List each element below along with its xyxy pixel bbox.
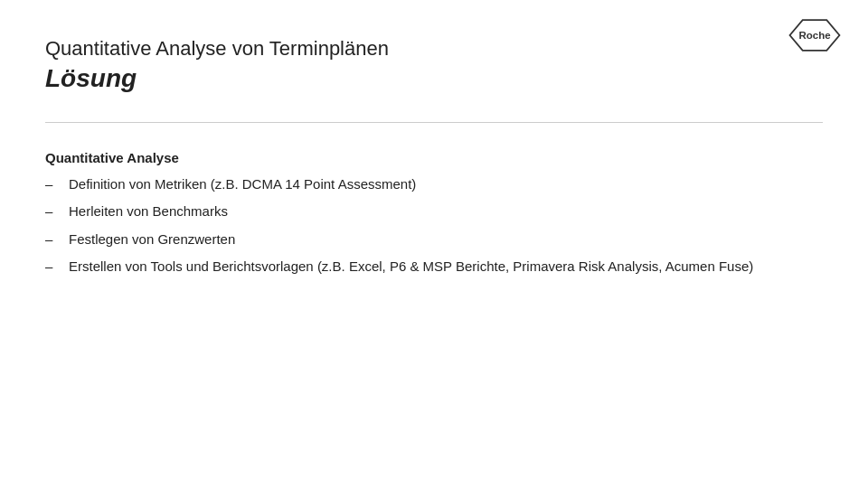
divider [45,122,823,123]
header-section: Quantitative Analyse von Terminplänen Lö… [45,36,823,95]
bullet-text-4: Erstellen von Tools und Berichtsvorlagen… [69,257,823,277]
bullet-dash-1: – [45,174,58,195]
list-item: – Erstellen von Tools und Berichtsvorlag… [45,257,823,277]
slide-title-line1: Quantitative Analyse von Terminplänen [45,36,823,62]
section-heading: Quantitative Analyse [45,150,823,165]
list-item: – Festlegen von Grenzwerten [45,230,823,250]
slide-container: Roche Quantitative Analyse von Terminplä… [0,0,868,488]
bullet-dash-4: – [45,257,58,277]
bullet-list: – Definition von Metriken (z.B. DCMA 14 … [45,174,823,277]
slide-title-line2: Lösung [45,62,823,95]
list-item: – Definition von Metriken (z.B. DCMA 14 … [45,174,823,195]
bullet-dash-3: – [45,230,58,250]
bullet-dash-2: – [45,202,58,222]
roche-logo: Roche [787,18,841,52]
bullet-text-1: Definition von Metriken (z.B. DCMA 14 Po… [69,174,823,195]
list-item: – Herleiten von Benchmarks [45,202,823,222]
bullet-text-2: Herleiten von Benchmarks [69,202,823,222]
bullet-text-3: Festlegen von Grenzwerten [69,230,823,250]
content-section: Quantitative Analyse – Definition von Me… [45,150,823,277]
svg-text:Roche: Roche [798,30,830,41]
